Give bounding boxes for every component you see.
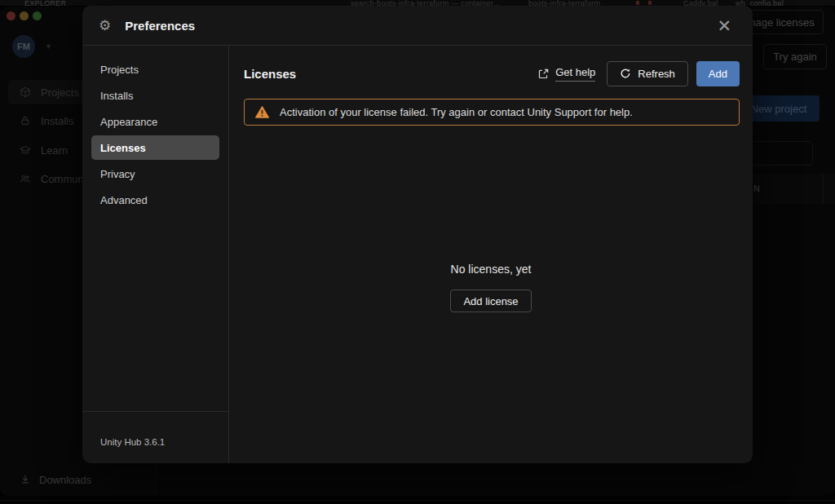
warning-message: Activation of your license failed. Try a… [280,106,633,118]
refresh-icon [620,68,631,79]
licenses-panel: Licenses Get help Refresh [229,46,753,463]
empty-state-title: No licenses, yet [451,263,532,276]
sidebar-footer: Unity Hub 3.6.1 [82,411,228,463]
panel-actions: Get help Refresh Add [538,61,740,86]
pref-tab-licenses[interactable]: Licenses [91,135,219,160]
get-help-link[interactable]: Get help [538,66,595,82]
close-icon[interactable]: ✕ [712,15,736,36]
pref-tab-installs[interactable]: Installs [91,83,219,108]
external-link-icon [538,69,549,79]
pref-tab-privacy[interactable]: Privacy [91,161,219,186]
gear-icon: ⚙ [99,19,111,33]
license-error-banner: Activation of your license failed. Try a… [244,99,740,126]
panel-title-row: Licenses Get help Refresh [244,60,740,86]
add-button[interactable]: Add [696,61,740,86]
get-help-label: Get help [555,66,595,82]
screen: EXPLORER search-boots-infra-terraform — … [0,0,835,504]
pref-tab-appearance[interactable]: Appearance [91,109,219,134]
refresh-label: Refresh [638,68,675,80]
preferences-dialog: ⚙ Preferences ✕ Projects Installs Appear… [82,6,753,463]
preferences-sidebar: Projects Installs Appearance Licenses Pr… [82,46,229,463]
pref-tab-projects[interactable]: Projects [91,57,219,82]
refresh-button[interactable]: Refresh [607,61,688,86]
dialog-title: Preferences [125,19,195,33]
app-version: Unity Hub 3.6.1 [100,437,165,447]
empty-state: No licenses, yet Add license [229,263,753,312]
add-license-button[interactable]: Add license [450,290,531,312]
dialog-body: Projects Installs Appearance Licenses Pr… [82,46,753,463]
dialog-header: ⚙ Preferences ✕ [82,6,753,46]
panel-title: Licenses [244,67,296,81]
pref-tab-advanced[interactable]: Advanced [91,188,219,212]
warning-icon [255,106,269,118]
